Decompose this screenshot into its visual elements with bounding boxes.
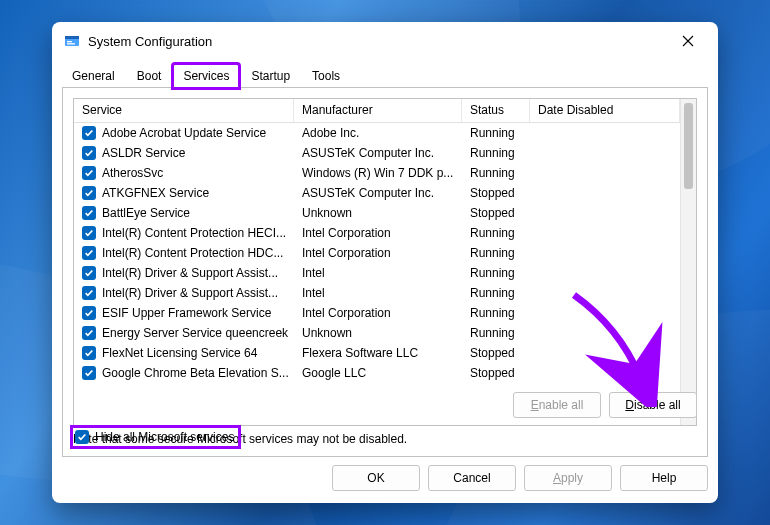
service-name: FlexNet Licensing Service 64: [102, 346, 257, 360]
service-name: ASLDR Service: [102, 146, 185, 160]
checkbox-checked-icon[interactable]: [82, 286, 96, 300]
service-row[interactable]: ESIF Upper Framework ServiceIntel Corpor…: [74, 303, 680, 323]
service-row[interactable]: BattlEye ServiceUnknownStopped: [74, 203, 680, 223]
service-name: ESIF Upper Framework Service: [102, 306, 271, 320]
checkbox-checked-icon[interactable]: [82, 126, 96, 140]
tab-tools[interactable]: Tools: [302, 64, 350, 88]
tabpage-services: Service Manufacturer Status Date Disable…: [62, 87, 708, 457]
service-status: Stopped: [462, 186, 530, 200]
service-row[interactable]: Energy Server Service queencreekUnknownR…: [74, 323, 680, 343]
service-manufacturer: ASUSTeK Computer Inc.: [294, 146, 462, 160]
checkbox-checked-icon[interactable]: [82, 166, 96, 180]
service-name: BattlEye Service: [102, 206, 190, 220]
service-name: Intel(R) Driver & Support Assist...: [102, 286, 278, 300]
service-manufacturer: Intel Corporation: [294, 226, 462, 240]
service-row[interactable]: ATKGFNEX ServiceASUSTeK Computer Inc.Sto…: [74, 183, 680, 203]
help-button[interactable]: Help: [620, 465, 708, 491]
listview-body: Adobe Acrobat Update ServiceAdobe Inc.Ru…: [74, 123, 680, 425]
service-manufacturer: ASUSTeK Computer Inc.: [294, 186, 462, 200]
service-name: Intel(R) Driver & Support Assist...: [102, 266, 278, 280]
service-name: Intel(R) Content Protection HDC...: [102, 246, 283, 260]
listview-header: Service Manufacturer Status Date Disable…: [74, 99, 680, 123]
column-date-disabled[interactable]: Date Disabled: [530, 99, 680, 122]
service-name: Google Chrome Beta Elevation S...: [102, 366, 289, 380]
system-configuration-window: System Configuration GeneralBootServices…: [52, 22, 718, 503]
checkbox-checked-icon[interactable]: [82, 346, 96, 360]
service-manufacturer: Adobe Inc.: [294, 126, 462, 140]
checkbox-checked-icon[interactable]: [82, 306, 96, 320]
svg-rect-1: [65, 36, 79, 39]
service-row[interactable]: ASLDR ServiceASUSTeK Computer Inc.Runnin…: [74, 143, 680, 163]
service-row[interactable]: Intel(R) Content Protection HECI...Intel…: [74, 223, 680, 243]
service-manufacturer: Intel: [294, 266, 462, 280]
service-row[interactable]: Intel(R) Content Protection HDC...Intel …: [74, 243, 680, 263]
service-status: Running: [462, 126, 530, 140]
app-icon: [64, 33, 80, 49]
close-button[interactable]: [666, 26, 710, 56]
service-manufacturer: Unknown: [294, 326, 462, 340]
cancel-button[interactable]: Cancel: [428, 465, 516, 491]
checkbox-checked-icon[interactable]: [82, 226, 96, 240]
vertical-scrollbar[interactable]: [680, 99, 696, 425]
svg-rect-3: [67, 43, 75, 44]
service-status: Running: [462, 146, 530, 160]
service-row[interactable]: FlexNet Licensing Service 64Flexera Soft…: [74, 343, 680, 363]
scrollbar-thumb[interactable]: [684, 103, 693, 189]
service-name: AtherosSvc: [102, 166, 163, 180]
column-service[interactable]: Service: [74, 99, 294, 122]
tab-general[interactable]: General: [62, 64, 125, 88]
checkbox-checked-icon[interactable]: [82, 326, 96, 340]
checkbox-checked-icon[interactable]: [82, 246, 96, 260]
service-name: Intel(R) Content Protection HECI...: [102, 226, 286, 240]
service-manufacturer: Intel Corporation: [294, 246, 462, 260]
tab-services[interactable]: Services: [173, 64, 239, 88]
service-status: Running: [462, 286, 530, 300]
service-status: Running: [462, 326, 530, 340]
service-status: Running: [462, 246, 530, 260]
disable-all-button[interactable]: Disable all: [609, 392, 697, 418]
service-row[interactable]: Intel(R) Driver & Support Assist...Intel…: [74, 283, 680, 303]
checkbox-checked-icon[interactable]: [82, 266, 96, 280]
svg-rect-2: [67, 41, 72, 42]
checkbox-checked-icon[interactable]: [82, 366, 96, 380]
checkbox-checked-icon: [75, 430, 89, 444]
tab-startup[interactable]: Startup: [241, 64, 300, 88]
service-status: Running: [462, 226, 530, 240]
service-manufacturer: Windows (R) Win 7 DDK p...: [294, 166, 462, 180]
service-status: Stopped: [462, 206, 530, 220]
service-manufacturer: Flexera Software LLC: [294, 346, 462, 360]
service-manufacturer: Intel Corporation: [294, 306, 462, 320]
service-status: Stopped: [462, 366, 530, 380]
column-manufacturer[interactable]: Manufacturer: [294, 99, 462, 122]
service-row[interactable]: Adobe Acrobat Update ServiceAdobe Inc.Ru…: [74, 123, 680, 143]
titlebar: System Configuration: [52, 22, 718, 60]
service-status: Running: [462, 306, 530, 320]
apply-button[interactable]: Apply: [524, 465, 612, 491]
service-row[interactable]: Google Chrome Beta Elevation S...Google …: [74, 363, 680, 383]
close-icon: [682, 35, 694, 47]
service-row[interactable]: Intel(R) Driver & Support Assist...Intel…: [74, 263, 680, 283]
service-status: Stopped: [462, 346, 530, 360]
services-listview[interactable]: Service Manufacturer Status Date Disable…: [73, 98, 697, 426]
service-status: Running: [462, 166, 530, 180]
hide-all-microsoft-services-checkbox[interactable]: Hide all Microsoft services: [73, 428, 238, 446]
column-status[interactable]: Status: [462, 99, 530, 122]
tabstrip: GeneralBootServicesStartupTools: [52, 60, 718, 87]
service-manufacturer: Google LLC: [294, 366, 462, 380]
service-name: Energy Server Service queencreek: [102, 326, 288, 340]
window-title: System Configuration: [88, 34, 666, 49]
service-manufacturer: Intel: [294, 286, 462, 300]
checkbox-checked-icon[interactable]: [82, 186, 96, 200]
service-row[interactable]: AtherosSvcWindows (R) Win 7 DDK p...Runn…: [74, 163, 680, 183]
service-name: Adobe Acrobat Update Service: [102, 126, 266, 140]
service-status: Running: [462, 266, 530, 280]
service-manufacturer: Unknown: [294, 206, 462, 220]
service-name: ATKGFNEX Service: [102, 186, 209, 200]
checkbox-checked-icon[interactable]: [82, 146, 96, 160]
dialog-buttons: OK Cancel Apply Help: [52, 465, 718, 503]
tab-boot[interactable]: Boot: [127, 64, 172, 88]
ok-button[interactable]: OK: [332, 465, 420, 491]
checkbox-checked-icon[interactable]: [82, 206, 96, 220]
enable-all-button[interactable]: Enable all: [513, 392, 601, 418]
